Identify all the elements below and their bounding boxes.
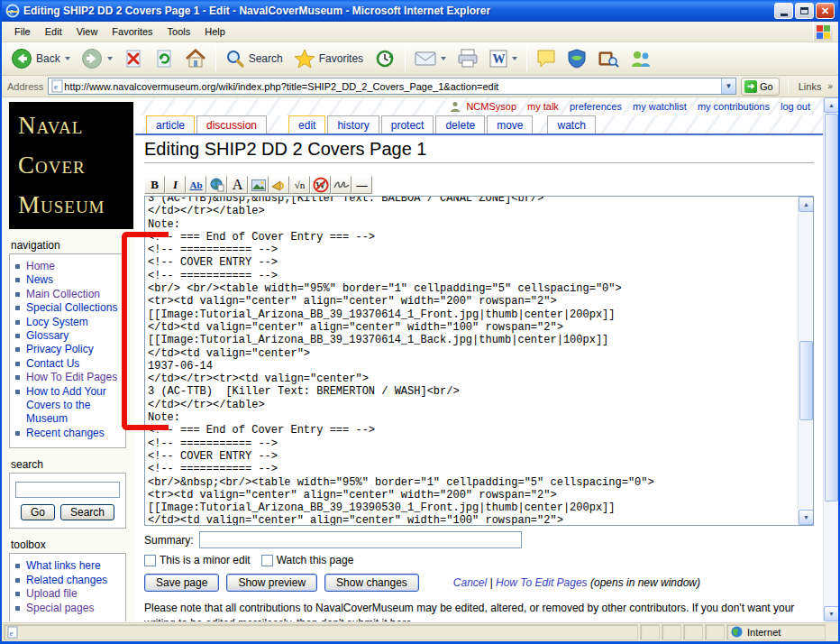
address-dropdown-button[interactable]: ▼: [721, 78, 735, 94]
headline-button[interactable]: A: [227, 176, 248, 194]
menu-file[interactable]: File: [7, 23, 38, 40]
menu-view[interactable]: View: [69, 23, 105, 40]
tab-move[interactable]: move: [487, 115, 533, 133]
tab-discussion[interactable]: discussion: [196, 115, 267, 133]
personal-mytalk-link[interactable]: my talk: [527, 101, 559, 112]
italic-button[interactable]: I: [165, 176, 186, 194]
resize-grip[interactable]: [826, 624, 836, 640]
minimize-button[interactable]: [774, 3, 793, 19]
tab-article[interactable]: article: [146, 115, 195, 133]
toolbox-upload-file-link[interactable]: Upload file: [26, 587, 78, 600]
nav-news-link[interactable]: News: [26, 273, 53, 286]
search-button[interactable]: Search: [220, 44, 288, 73]
nav-add-covers-link[interactable]: How to Add Your Covers to the Museum: [26, 385, 106, 426]
summary-input[interactable]: [199, 531, 522, 548]
nowiki-button[interactable]: W: [310, 176, 331, 194]
editor-scrollbar[interactable]: ▲ ▼: [798, 197, 813, 525]
watch-page-checkbox[interactable]: [261, 555, 273, 566]
home-button[interactable]: [179, 44, 212, 73]
save-page-button[interactable]: Save page: [144, 574, 219, 592]
nav-locy-system-link[interactable]: Locy System: [26, 316, 88, 328]
wikitext-editor[interactable]: 3 (AC-TTB)&nbsp;&nbsp;[Killer Text: BALB…: [144, 196, 814, 526]
external-link-button[interactable]: [206, 176, 227, 194]
messenger-shield-button[interactable]: [562, 44, 592, 73]
search-icon: [225, 49, 245, 69]
menu-help[interactable]: Help: [197, 23, 233, 40]
nav-main-collection-link[interactable]: Main Collection: [26, 288, 100, 300]
refresh-icon: [154, 49, 174, 69]
math-button[interactable]: √n: [289, 176, 310, 194]
forward-button[interactable]: [76, 44, 118, 73]
nav-how-to-edit-link[interactable]: How To Edit Pages: [26, 371, 117, 383]
refresh-button[interactable]: [149, 44, 179, 73]
close-button[interactable]: ✕: [816, 3, 835, 19]
internal-link-button[interactable]: Ab: [186, 176, 206, 194]
links-label[interactable]: Links: [797, 81, 824, 92]
toolbox-special-pages-link[interactable]: Special pages: [26, 602, 94, 614]
menu-edit[interactable]: Edit: [38, 23, 69, 40]
edit-with-word-button[interactable]: W: [484, 44, 523, 73]
editor-scroll-thumb[interactable]: [799, 341, 813, 420]
mail-button[interactable]: [409, 44, 452, 73]
nav-recent-changes-link[interactable]: Recent changes: [26, 427, 105, 439]
page-scroll-down-icon[interactable]: ▼: [824, 606, 838, 621]
history-button[interactable]: [369, 44, 401, 73]
bold-button[interactable]: B: [144, 176, 165, 194]
personal-logout-link[interactable]: log out: [781, 101, 810, 112]
menu-tools[interactable]: Tools: [160, 23, 198, 40]
media-link-button[interactable]: [269, 176, 289, 194]
how-to-edit-link[interactable]: How To Edit Pages: [496, 576, 588, 589]
personal-watchlist-link[interactable]: my watchlist: [633, 101, 687, 112]
tab-delete[interactable]: delete: [435, 115, 485, 133]
address-input[interactable]: e http://www.navalcovermuseum.org/wiki/i…: [48, 78, 736, 95]
tab-edit[interactable]: edit: [288, 115, 325, 133]
site-logo[interactable]: Naval Cover Museum: [9, 102, 133, 229]
toolbox-related-changes-link[interactable]: Related changes: [26, 574, 107, 586]
toolbox-what-links-here-link[interactable]: What links here: [26, 559, 101, 572]
horizontal-line-button[interactable]: —: [352, 176, 372, 194]
show-preview-button[interactable]: Show preview: [226, 574, 317, 592]
links-chevron-icon[interactable]: »: [827, 81, 835, 91]
menu-favorites[interactable]: Favorites: [105, 23, 160, 40]
edit-toolbar: B I Ab A √n W —: [144, 176, 814, 194]
show-changes-button[interactable]: Show changes: [324, 574, 419, 592]
personal-preferences-link[interactable]: preferences: [570, 101, 622, 112]
editor-scroll-up-icon[interactable]: ▲: [799, 197, 814, 212]
toolbox-item: Special pages: [15, 602, 122, 615]
page-scroll-up-icon[interactable]: ▲: [824, 97, 838, 113]
minor-edit-checkbox[interactable]: [144, 555, 156, 566]
personal-contributions-link[interactable]: my contributions: [698, 101, 770, 112]
restore-button[interactable]: [795, 3, 814, 19]
nav-contact-us-link[interactable]: Contact Us: [26, 357, 79, 370]
nav-special-collections-link[interactable]: Special Collections: [26, 301, 117, 314]
go-button[interactable]: ➜ Go: [741, 78, 780, 96]
research-button[interactable]: [592, 44, 625, 73]
nav-glossary-link[interactable]: Glossary: [26, 329, 68, 342]
messenger-button[interactable]: [625, 44, 657, 73]
nav-home-link[interactable]: Home: [26, 260, 55, 272]
signature-button[interactable]: [331, 176, 352, 194]
personal-username-link[interactable]: NCMSysop: [466, 101, 516, 112]
stop-button[interactable]: [118, 44, 149, 73]
print-button[interactable]: [452, 44, 484, 73]
word-dropdown-icon: [512, 57, 517, 60]
cancel-link[interactable]: Cancel: [453, 576, 487, 589]
nav-privacy-policy-link[interactable]: Privacy Policy: [26, 343, 94, 355]
search-go-button[interactable]: Go: [21, 504, 55, 520]
page-scroll-thumb[interactable]: [825, 114, 838, 501]
discuss-button[interactable]: [531, 44, 562, 73]
toolbox-portlet: What links here Related changes Upload f…: [9, 553, 126, 621]
page-scrollbar[interactable]: ▲ ▼: [823, 97, 838, 621]
tab-protect[interactable]: protect: [381, 115, 434, 133]
tab-history[interactable]: history: [327, 115, 379, 133]
back-button[interactable]: Back: [5, 44, 76, 73]
globe-zone-icon: [731, 626, 743, 638]
wikitext-content[interactable]: 3 (AC-TTB)&nbsp;&nbsp;[Killer Text: BALB…: [145, 196, 813, 526]
favorites-button[interactable]: Favorites: [288, 44, 369, 73]
embed-image-button[interactable]: [248, 176, 269, 194]
editor-scroll-down-icon[interactable]: ▼: [799, 510, 814, 525]
security-zone-panel: Internet: [726, 624, 826, 640]
tab-watch[interactable]: watch: [547, 115, 595, 133]
search-search-button[interactable]: Search: [60, 504, 114, 520]
search-input[interactable]: [15, 482, 120, 498]
